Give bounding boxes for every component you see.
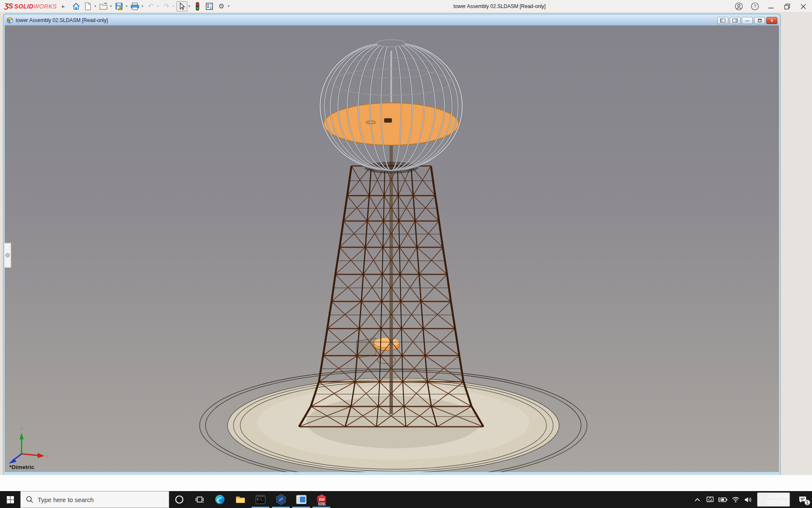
taskbar-icon-file-explorer[interactable] xyxy=(230,491,250,508)
restore-button[interactable] xyxy=(781,1,793,12)
account-button[interactable] xyxy=(732,1,745,12)
sw-label: SW xyxy=(318,497,325,502)
select-button[interactable] xyxy=(176,1,187,11)
options-dropdown[interactable]: ▾ xyxy=(228,4,229,8)
redo-button[interactable]: ↷ xyxy=(161,1,172,11)
options-button[interactable]: ⚙ xyxy=(216,1,227,11)
tray-battery[interactable] xyxy=(716,491,729,508)
command-prompt-icon: C:\_ xyxy=(255,495,266,504)
battery-charging-icon xyxy=(718,497,727,502)
home-button[interactable] xyxy=(71,1,82,11)
triad-y-label: Y xyxy=(20,427,23,432)
workspace: tower Assembly 02.SLDASM [Read-only] — xyxy=(0,13,812,475)
document-close-button[interactable]: x xyxy=(766,17,777,24)
save-button[interactable] xyxy=(114,1,125,11)
minimize-icon xyxy=(768,3,774,9)
taskbar-icon-task-view[interactable] xyxy=(189,491,210,508)
wifi-icon xyxy=(732,497,740,502)
file-explorer-icon xyxy=(235,495,246,504)
print-dropdown[interactable]: ▾ xyxy=(141,4,143,8)
start-button[interactable] xyxy=(0,491,20,508)
tile-vertical-button[interactable] xyxy=(717,17,728,24)
action-center-button[interactable]: 1 xyxy=(793,491,812,508)
new-document-dropdown[interactable]: ▾ xyxy=(94,4,96,8)
redo-icon: ↷ xyxy=(164,3,169,10)
user-icon xyxy=(735,2,743,11)
task-pane-button[interactable] xyxy=(204,1,215,11)
quick-access-toolbar: ▾ ▾ ▾ xyxy=(71,1,230,11)
document-titlebar[interactable]: tower Assembly 02.SLDASM [Read-only] — xyxy=(5,15,779,25)
tray-volume[interactable] xyxy=(742,491,754,508)
performance-evaluation-button[interactable] xyxy=(192,1,203,11)
document-window: tower Assembly 02.SLDASM [Read-only] — xyxy=(3,14,780,475)
menu-expand-icon[interactable]: ▶ xyxy=(62,4,65,8)
document-window-controls: — x xyxy=(717,17,777,24)
command-prompt-text: C:\_ xyxy=(257,498,264,501)
sw-year: 2021 xyxy=(318,502,325,505)
hexagon-tool-icon xyxy=(276,494,286,505)
tray-date: 1/27/2021 xyxy=(758,500,789,506)
system-tray: 10:46 AM 1/27/2021 1 xyxy=(691,491,812,508)
taskbar-icon-cortana[interactable] xyxy=(169,491,189,508)
3d-viewport-canvas[interactable]: Y X *Dimetric xyxy=(5,25,779,472)
taskbar-icon-solidworks[interactable]: SW 2021 xyxy=(311,491,332,508)
app-titlebar: ƷS SOLID WORKS ▶ ▾ xyxy=(0,0,812,13)
undo-button[interactable]: ↶ xyxy=(145,1,156,11)
windows-logo-icon xyxy=(7,496,14,503)
document-maximize-icon xyxy=(758,19,762,22)
app-window-controls: ? xyxy=(732,0,809,13)
feature-tree-collapsed-tab[interactable] xyxy=(5,243,11,268)
print-button[interactable] xyxy=(129,1,140,11)
close-icon xyxy=(800,3,807,10)
select-dropdown[interactable]: ▾ xyxy=(188,4,190,8)
home-icon xyxy=(72,2,80,11)
tray-time: 10:46 AM xyxy=(758,493,789,500)
taskbar-icon-preview-window[interactable] xyxy=(291,491,311,508)
tray-show-hidden-icons[interactable] xyxy=(691,491,704,508)
preview-window-icon xyxy=(296,495,307,504)
minimize-button[interactable] xyxy=(765,1,777,12)
open-icon xyxy=(99,2,108,11)
cast-icon xyxy=(706,496,714,503)
open-button[interactable] xyxy=(98,1,109,11)
taskbar-icon-command-prompt[interactable]: C:\_ xyxy=(250,491,271,508)
screen: ƷS SOLID WORKS ▶ ▾ xyxy=(0,0,812,508)
edge-icon xyxy=(214,494,225,505)
save-dropdown[interactable]: ▾ xyxy=(126,4,127,8)
3d-viewport[interactable]: Y X *Dimetric xyxy=(5,25,779,472)
tree-tab-handle-icon[interactable] xyxy=(6,254,10,257)
help-icon: ? xyxy=(751,2,759,11)
tower-assembly-model[interactable] xyxy=(200,40,587,472)
search-input[interactable] xyxy=(38,496,160,503)
speaker-icon xyxy=(744,497,752,503)
redo-dropdown[interactable]: ▾ xyxy=(173,4,174,8)
svg-text:?: ? xyxy=(754,4,756,9)
cortana-icon xyxy=(175,495,184,504)
document-maximize-button[interactable] xyxy=(754,17,765,24)
taskbar-icon-edge[interactable] xyxy=(210,491,230,508)
taskbar-search[interactable] xyxy=(20,491,169,508)
triad-x-label: X xyxy=(46,454,49,459)
undo-dropdown[interactable]: ▾ xyxy=(157,4,159,8)
help-button[interactable]: ? xyxy=(749,1,761,12)
triad-y-arrow xyxy=(19,433,24,439)
document-minimize-button[interactable]: — xyxy=(742,17,753,24)
open-dropdown[interactable]: ▾ xyxy=(110,4,112,8)
new-document-icon xyxy=(84,2,92,11)
chevron-up-icon xyxy=(694,498,700,502)
tile-vertical-icon xyxy=(720,19,725,22)
taskbar-icon-hexagon-tool[interactable] xyxy=(271,491,291,508)
assembly-icon xyxy=(6,17,14,24)
close-button[interactable] xyxy=(797,1,809,12)
new-document-button[interactable] xyxy=(82,1,93,11)
triad-x-arrow xyxy=(38,453,44,458)
tray-network[interactable] xyxy=(729,491,742,508)
task-pane-icon xyxy=(205,2,214,11)
restore-icon xyxy=(784,3,790,10)
tray-cast-connect[interactable] xyxy=(704,491,716,508)
tile-horizontal-button[interactable] xyxy=(730,17,741,24)
tray-clock[interactable]: 10:46 AM 1/27/2021 xyxy=(757,492,790,507)
solidworks-logo: ƷS SOLID WORKS xyxy=(4,2,57,11)
notification-badge: 1 xyxy=(804,500,810,505)
ds-logo-mark: ƷS xyxy=(4,2,13,11)
